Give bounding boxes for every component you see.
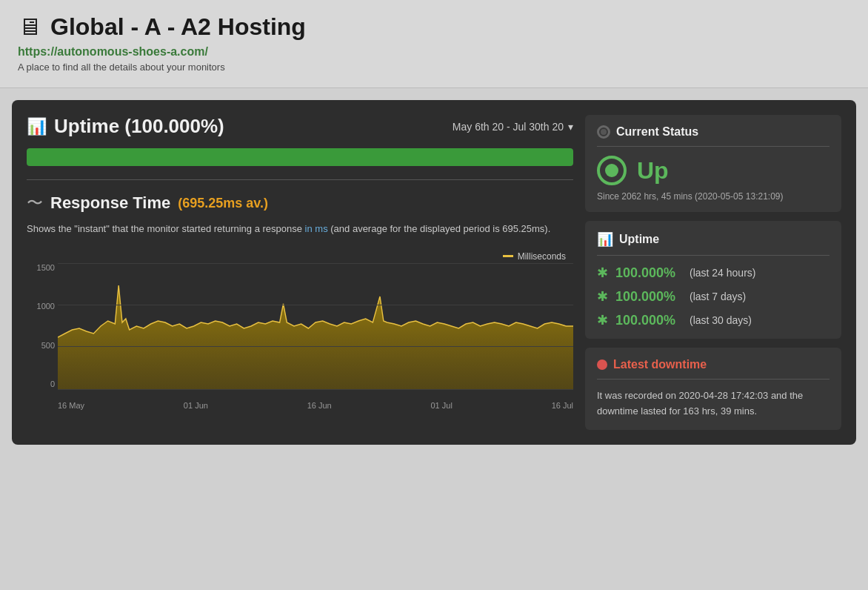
grid-line-top: [58, 263, 573, 264]
dashboard: 📊 Uptime (100.000%) May 6th 20 - Jul 30t…: [12, 100, 856, 445]
green-star-icon-30d: ✱: [597, 312, 608, 328]
uptime-percent-24h: 100.000%: [615, 265, 682, 281]
date-range-selector[interactable]: May 6th 20 - Jul 30th 20 ▾: [453, 121, 573, 133]
uptime-percent-30d: 100.000%: [615, 313, 682, 328]
x-label-16jun: 16 Jun: [307, 401, 332, 410]
uptime-stats-card-header: 📊 Uptime: [597, 231, 829, 256]
main-content: 📊 Uptime (100.000%) May 6th 20 - Jul 30t…: [0, 88, 868, 457]
grid-line-mid2: [58, 346, 573, 347]
current-status-card-header: Current Status: [597, 125, 829, 147]
uptime-row-24h: ✱ 100.000% (last 24 hours): [597, 265, 829, 281]
response-chart-svg: [58, 263, 573, 389]
green-star-icon-7d: ✱: [597, 288, 608, 305]
x-label-01jul: 01 Jul: [430, 401, 452, 410]
current-status-content: Up: [597, 156, 829, 185]
latest-downtime-description: It was recorded on 2020-04-28 17:42:03 a…: [597, 388, 829, 420]
latest-downtime-card: Latest downtime It was recorded on 2020-…: [585, 348, 841, 430]
x-label-01jun: 01 Jun: [184, 401, 208, 410]
status-circle-fill: [605, 164, 618, 177]
page-title: Global - A - A2 Hosting: [50, 13, 306, 41]
response-description: Shows the "instant" that the monitor sta…: [27, 222, 573, 236]
left-panel: 📊 Uptime (100.000%) May 6th 20 - Jul 30t…: [27, 115, 573, 430]
response-header: 〜 Response Time (695.25ms av.): [27, 192, 573, 214]
uptime-period-24h: (last 24 hours): [690, 267, 755, 279]
latest-downtime-title: Latest downtime: [613, 358, 707, 371]
grid-line-bottom: [58, 389, 573, 390]
uptime-bar-fill: [27, 148, 573, 166]
legend-color-swatch: [503, 255, 513, 257]
uptime-bar-container: [27, 148, 573, 166]
right-panel: Current Status Up Since 2062 hrs, 45 min…: [585, 115, 841, 430]
latest-downtime-card-header: Latest downtime: [597, 358, 829, 379]
legend-label: Milliseconds: [518, 251, 566, 262]
title-row: 🖥 Global - A - A2 Hosting: [18, 13, 850, 41]
uptime-period-7d: (last 7 days): [690, 291, 746, 302]
y-label-1000: 1000: [37, 302, 55, 311]
status-indicator-icon: [597, 125, 610, 139]
chart-area: [58, 263, 573, 389]
response-highlight: in ms: [305, 223, 328, 234]
y-label-500: 500: [41, 341, 55, 350]
green-star-icon-24h: ✱: [597, 265, 608, 281]
y-label-0: 0: [50, 379, 55, 388]
chart-container: Milliseconds 1500 1000 500 0: [27, 248, 573, 411]
uptime-row-30d: ✱ 100.000% (last 30 days): [597, 312, 829, 328]
section-divider: [27, 179, 573, 180]
response-avg: (695.25ms av.): [178, 196, 268, 211]
uptime-stats-card: 📊 Uptime ✱ 100.000% (last 24 hours) ✱ 10…: [585, 221, 841, 339]
uptime-stats-title: Uptime: [619, 233, 659, 246]
grid-line-mid1: [58, 305, 573, 305]
chart-x-axis: 16 May 01 Jun 16 Jun 01 Jul 16 Jul: [58, 401, 573, 410]
uptime-period-30d: (last 30 days): [690, 314, 752, 326]
date-range-text: May 6th 20 - Jul 30th 20: [453, 121, 564, 133]
status-circle: [597, 156, 627, 185]
uptime-percent-7d: 100.000%: [615, 289, 682, 305]
chart-legend: Milliseconds: [503, 251, 566, 262]
monitor-icon: 🖥: [18, 13, 41, 41]
chevron-down-icon: ▾: [568, 121, 573, 133]
svg-marker-0: [58, 285, 573, 389]
uptime-row-7d: ✱ 100.000% (last 7 days): [597, 288, 829, 305]
uptime-bar-icon: 📊: [597, 231, 613, 248]
bar-chart-icon: 📊: [27, 117, 47, 136]
x-label-16may: 16 May: [58, 401, 84, 410]
chart-y-axis: 1500 1000 500 0: [27, 263, 58, 389]
y-label-1500: 1500: [37, 263, 55, 272]
current-status-card: Current Status Up Since 2062 hrs, 45 min…: [585, 115, 841, 212]
downtime-dot-icon: [597, 359, 607, 370]
response-title: Response Time: [50, 193, 170, 213]
uptime-title-row: 📊 Uptime (100.000%): [27, 115, 224, 138]
site-url[interactable]: https://autonomous-shoes-a.com/: [18, 45, 850, 59]
uptime-header: 📊 Uptime (100.000%) May 6th 20 - Jul 30t…: [27, 115, 573, 138]
header-subtitle: A place to find all the details about yo…: [18, 62, 850, 73]
status-since: Since 2062 hrs, 45 mins (2020-05-05 13:2…: [597, 191, 829, 202]
current-status-title: Current Status: [616, 125, 698, 139]
x-label-16jul: 16 Jul: [552, 401, 573, 410]
response-icon: 〜: [27, 192, 43, 214]
status-up-label: Up: [637, 157, 669, 185]
page-header: 🖥 Global - A - A2 Hosting https://autono…: [0, 0, 868, 88]
status-dot-inner: [601, 129, 607, 135]
uptime-title: Uptime (100.000%): [54, 115, 224, 138]
